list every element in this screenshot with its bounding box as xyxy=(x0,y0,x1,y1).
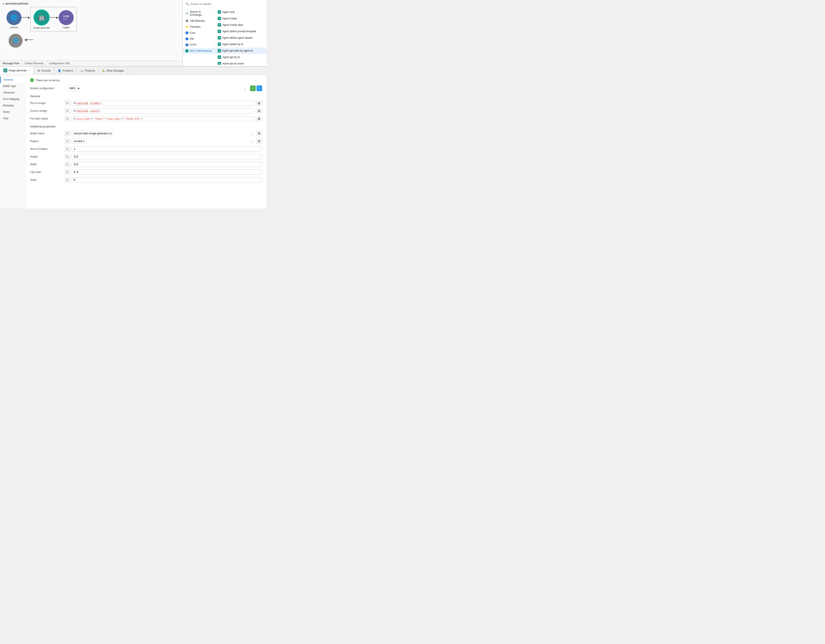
image-generate-node[interactable]: 🤖 Image generate xyxy=(33,9,50,29)
palette-cat-exchange[interactable]: 🔗 Search in Exchange.. xyxy=(183,9,215,18)
bottom-globe-icon: 🌐 xyxy=(13,38,19,43)
cog-button-model-name[interactable]: ⚙ xyxy=(256,131,262,136)
flow-tabs: Message Flow Global Elements Configurati… xyxy=(0,60,182,66)
palette-search-bar: 🔍 xyxy=(183,0,266,8)
seed-row: Seed: fx xyxy=(30,177,262,183)
http-icon xyxy=(185,43,188,46)
region-select[interactable]: us-east-1 xyxy=(72,139,87,144)
close-tab-button[interactable]: × xyxy=(29,69,30,72)
num-images-input[interactable] xyxy=(72,146,262,151)
num-images-row: Num of images: fx xyxy=(30,146,262,152)
progress-tab[interactable]: 📊 Progress xyxy=(77,66,99,74)
width-input[interactable] xyxy=(72,162,262,167)
agent-create-alias-icon: ⚙ xyxy=(218,23,221,27)
avoid-in-image-input[interactable]: #[ payload.avoid ] xyxy=(72,108,255,113)
palette-cat-mac-aws[interactable]: MAC AWS Bedrock xyxy=(183,48,215,54)
grid-button-avoid[interactable]: ⊞ xyxy=(256,108,262,114)
full-path-output-input[interactable]: #[ mule.home ++ "/apps/" ++ app.name ++ … xyxy=(72,116,255,121)
problems-tab[interactable]: 👤 Problems xyxy=(54,66,77,74)
listener-node[interactable]: 🌐 Listener xyxy=(6,10,22,29)
logger-node[interactable]: LOG═══ Logger xyxy=(59,10,74,29)
palette-cat-core[interactable]: Core xyxy=(183,30,215,36)
palette-item-agent-delete-aliases[interactable]: ⚙ Agent delete agent aliases xyxy=(215,35,266,41)
search-input[interactable] xyxy=(190,2,264,6)
palette-item-agent-get-by-id[interactable]: ⚙ Agent get by id xyxy=(215,54,266,60)
nav-mime-type[interactable]: MIME Type xyxy=(0,83,26,90)
mule-debugger-tab[interactable]: 🐛 Mule Debugger xyxy=(99,66,128,74)
status-dot: ✓ xyxy=(30,78,34,82)
fx-button-text-to-image[interactable]: fx xyxy=(65,100,71,106)
palette-item-agent-create[interactable]: ⚙ Agent create xyxy=(215,15,266,22)
editor-nav: General MIME Type Advanced Error Mapping… xyxy=(0,75,26,208)
general-section-label: General xyxy=(30,94,262,98)
num-images-label: Num of images: xyxy=(30,147,65,150)
palette-cat-file[interactable]: File xyxy=(183,36,215,42)
nav-notes[interactable]: Notes xyxy=(0,109,26,115)
grid-button-full-path[interactable]: ⊞ xyxy=(256,116,262,121)
fx-button-num-images[interactable]: fx xyxy=(65,146,71,152)
fx-button-model-name[interactable]: fx xyxy=(65,131,71,136)
agent-get-alias-icon: ⚙ xyxy=(218,49,221,53)
text-to-image-label: Text to image: xyxy=(30,102,65,105)
palette-item-agent-get-alias[interactable]: ⚙ Agent get alias by agent id xyxy=(215,48,266,54)
problems-icon: 👤 xyxy=(58,69,61,72)
text-to-image-input[interactable]: #[ payload.prompt ] xyxy=(72,100,255,106)
fx-button-avoid[interactable]: fx xyxy=(65,108,71,114)
fx-button-width[interactable]: fx xyxy=(65,162,71,167)
cfg-scale-input[interactable] xyxy=(72,170,262,175)
add-config-button[interactable]: + xyxy=(250,85,256,91)
status-row: ✓ There are no errors. xyxy=(30,78,262,82)
height-input[interactable] xyxy=(72,154,262,159)
cpu-icon: 🤖 xyxy=(38,14,45,21)
add-modules-icon: ➕ xyxy=(185,19,188,22)
nav-metadata[interactable]: Metadata xyxy=(0,102,26,109)
cfg-scale-label: Cfg scale: xyxy=(30,171,65,174)
console-tab[interactable]: 🖥 Console xyxy=(34,66,54,74)
nav-general[interactable]: General xyxy=(0,77,26,83)
palette-items-list: ⚙ Agent chat ⚙ Agent create ⚙ Agent crea… xyxy=(215,8,266,65)
module-config-label: Module configuration: xyxy=(30,87,65,90)
flow-title: ▼ aws-bedrockFlow3 xyxy=(2,2,180,5)
core-icon xyxy=(185,31,188,34)
height-row: Height: fx xyxy=(30,154,262,159)
palette-cat-add-modules[interactable]: ➕ Add Modules xyxy=(183,18,215,24)
global-elements-tab[interactable]: Global Elements xyxy=(22,60,46,66)
palette-item-agent-delete-by-id[interactable]: ⚙ Agent delete by id xyxy=(215,41,266,48)
message-flow-tab[interactable]: Message Flow xyxy=(0,60,22,66)
width-row: Width: fx xyxy=(30,162,262,167)
palette-item-agent-create-alias[interactable]: ⚙ Agent create alias xyxy=(215,22,266,28)
model-name-select[interactable]: amazon.titan-image-generator-v1 xyxy=(72,131,114,136)
globe-icon: 🌐 xyxy=(11,15,17,21)
palette-item-agent-define-prompt[interactable]: ⚙ Agent define prompt template xyxy=(215,28,266,35)
fx-button-cfg-scale[interactable]: fx xyxy=(65,169,71,175)
configuration-xml-tab[interactable]: Configuration XML xyxy=(46,60,73,66)
nav-advanced[interactable]: Advanced xyxy=(0,90,26,96)
nav-help[interactable]: Help xyxy=(0,115,26,122)
palette-cat-favorites[interactable]: ⭐ Favorites xyxy=(183,24,215,30)
search-icon: 🔍 xyxy=(185,2,189,6)
grid-button-text-to-image[interactable]: ⊞ xyxy=(256,100,262,106)
additional-section-label: Additional properties xyxy=(30,125,262,128)
fx-button-full-path[interactable]: fx xyxy=(65,116,71,121)
image-generate-tab[interactable]: 🤖 Image generate × xyxy=(0,66,34,74)
nav-error-mapping[interactable]: Error Mapping xyxy=(0,96,26,102)
bottom-node[interactable]: 🌐 xyxy=(9,34,23,48)
module-config-row: Module configuration: AWS + ✎ xyxy=(30,85,262,91)
fx-button-seed[interactable]: fx xyxy=(65,177,71,183)
comp-tab-icon: 🤖 xyxy=(3,68,7,73)
plus-icon: + xyxy=(252,86,254,90)
text-to-image-row: Text to image: fx #[ payload.prompt ] ⊞ xyxy=(30,100,262,106)
palette-categories: 🔗 Search in Exchange.. ➕ Add Modules ⭐ F… xyxy=(183,8,215,65)
edit-config-button[interactable]: ✎ xyxy=(256,85,262,91)
component-tabs-bar: 🤖 Image generate × 🖥 Console 👤 Problems … xyxy=(0,66,266,75)
fx-button-region[interactable]: fx xyxy=(65,138,71,144)
module-config-select[interactable]: AWS xyxy=(66,85,80,91)
mac-aws-icon xyxy=(185,49,188,53)
palette-item-agent-get-by-name[interactable]: ⚙ Agent get by name xyxy=(215,60,266,65)
palette-item-agent-chat[interactable]: ⚙ Agent chat xyxy=(215,9,266,15)
cog-button-region[interactable]: ⚙ xyxy=(256,138,262,144)
palette-cat-http[interactable]: HTTP xyxy=(183,42,215,48)
seed-input[interactable] xyxy=(72,177,262,182)
full-path-output-row: Full path output: fx #[ mule.home ++ "/a… xyxy=(30,116,262,121)
fx-button-height[interactable]: fx xyxy=(65,154,71,159)
